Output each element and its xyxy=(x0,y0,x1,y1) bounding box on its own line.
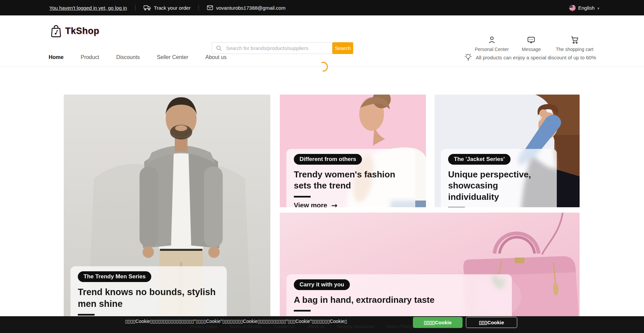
envelope-icon xyxy=(207,5,213,10)
divider xyxy=(448,207,465,207)
message-button[interactable]: Message xyxy=(522,36,541,52)
banner-bag: Carry it with you A bag in hand, extraor… xyxy=(280,213,580,333)
banner-womens-fashion: Different from others Trendy women's fas… xyxy=(280,95,426,207)
promo-text: All products can enjoy a special discoun… xyxy=(476,55,596,60)
banner-badge: The Trendy Men Series xyxy=(78,271,151,282)
language-label: English xyxy=(578,5,595,11)
nav-item-home[interactable]: Home xyxy=(49,54,63,60)
personal-center-button[interactable]: Personal Center xyxy=(475,36,508,52)
cookie-accept-button[interactable]: ▯▯▯▯Cookie xyxy=(413,317,463,328)
divider xyxy=(135,5,136,11)
banner-badge: Carry it with you xyxy=(294,279,350,290)
cookie-banner: ▯▯▯▯Cookie▯▯▯▯▯▯▯▯▯▯▯▯▯▯▯▯▯"▯▯▯▯Cookie"▯… xyxy=(0,316,644,333)
banner-overlay: The 'Jacket Series' Unique perspective, … xyxy=(441,149,557,207)
banner-title: Trend knows no bounds, stylish men shine xyxy=(78,286,219,310)
personal-center-label: Personal Center xyxy=(475,47,508,52)
arrow-right-icon xyxy=(331,201,337,207)
nav-item-seller-center[interactable]: Seller Center xyxy=(157,54,188,60)
search-input[interactable] xyxy=(225,45,328,51)
brand-logo[interactable]: TkShop xyxy=(50,24,99,38)
nav-items: Home Product Discounts Seller Center Abo… xyxy=(49,48,226,66)
login-link[interactable]: You haven't logged in yet, go log in xyxy=(49,5,127,11)
topbar-left: You haven't logged in yet, go log in Tra… xyxy=(49,5,285,11)
banner-jacket-series: The 'Jacket Series' Unique perspective, … xyxy=(435,95,580,207)
divider xyxy=(294,196,311,198)
message-bubble-icon xyxy=(527,36,536,44)
search-bar: Search xyxy=(212,42,353,54)
cookie-message: ▯▯▯▯Cookie▯▯▯▯▯▯▯▯▯▯▯▯▯▯▯▯▯"▯▯▯▯Cookie"▯… xyxy=(125,319,347,324)
track-order-link[interactable]: Track your order xyxy=(144,5,191,11)
email-text: vovanturobs17388@gmail.com xyxy=(216,5,285,11)
banner-overlay: Different from others Trendy women's fas… xyxy=(286,149,415,207)
view-more-label: View more xyxy=(294,202,327,207)
language-selector[interactable]: English xyxy=(569,5,599,11)
caret-down-icon xyxy=(597,5,599,11)
banner-title: A bag in hand, extraordinary taste xyxy=(294,294,504,306)
search-icon xyxy=(216,45,222,51)
divider xyxy=(294,310,311,312)
divider xyxy=(199,5,199,11)
banner-title: Unique perspective, showcasing individua… xyxy=(448,169,549,203)
bulb-icon xyxy=(464,53,472,62)
divider xyxy=(78,314,95,316)
nav-item-discounts[interactable]: Discounts xyxy=(116,54,140,60)
message-label: Message xyxy=(522,47,541,52)
us-flag-icon xyxy=(569,5,576,11)
search-box[interactable] xyxy=(212,42,332,54)
shopping-cart-button[interactable]: The shopping cart xyxy=(556,36,593,52)
nav-item-product[interactable]: Product xyxy=(80,54,99,60)
shopping-cart-label: The shopping cart xyxy=(556,47,593,52)
truck-icon xyxy=(144,5,151,11)
search-button[interactable]: Search xyxy=(332,42,353,54)
topbar: You haven't logged in yet, go log in Tra… xyxy=(0,0,644,15)
shopping-bag-logo-icon xyxy=(50,24,62,38)
user-icon xyxy=(487,36,496,44)
header: TkShop Search Personal Center xyxy=(0,15,644,48)
cart-icon xyxy=(570,36,579,44)
cookie-reject-button[interactable]: ▯▯▯Cookie xyxy=(466,317,517,328)
banner-title: Trendy women's fashion sets the trend xyxy=(294,169,408,191)
view-more-link[interactable]: View more xyxy=(294,201,337,207)
banner-badge: The 'Jacket Series' xyxy=(448,154,511,165)
banner-badge: Different from others xyxy=(294,154,362,165)
nav-item-about-us[interactable]: About us xyxy=(205,54,226,60)
loading-spinner xyxy=(318,61,328,72)
contact-email: vovanturobs17388@gmail.com xyxy=(207,5,285,11)
banner-trendy-men: The Trendy Men Series Trend knows no bou… xyxy=(64,95,270,333)
track-order-label: Track your order xyxy=(154,5,191,11)
brand-name: TkShop xyxy=(65,26,99,36)
